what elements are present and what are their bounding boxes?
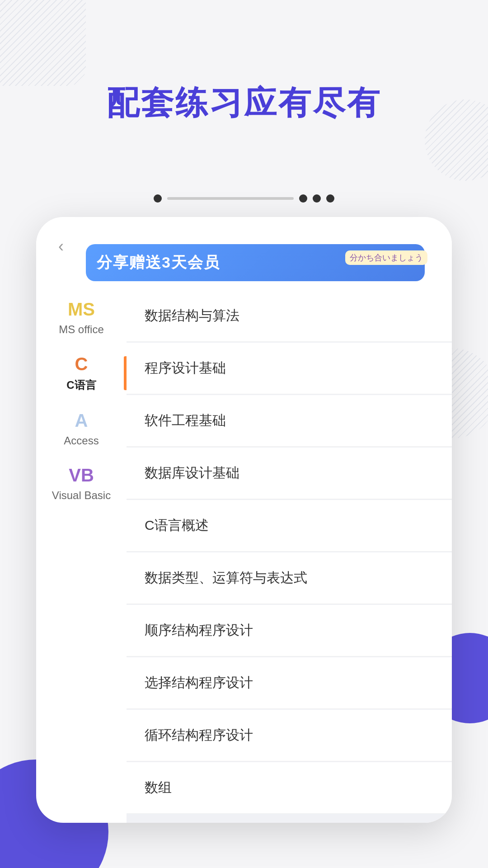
- main-layout: MS MS office C C语言 A Access VB Visual Ba…: [36, 290, 452, 823]
- bg-decoration-topleft: [0, 0, 86, 86]
- content-list: 数据结构与算法程序设计基础软件工程基础数据库设计基础C语言概述数据类型、运算符与…: [127, 290, 452, 823]
- dot-1: [154, 194, 162, 203]
- banner-bubble: 分かち合いましょう: [345, 250, 427, 265]
- dot-4: [326, 194, 334, 203]
- c-language-icon: C: [75, 354, 88, 374]
- banner-text: 分享赠送3天会员: [97, 252, 220, 273]
- dot-2: [299, 194, 307, 203]
- back-button[interactable]: ‹: [50, 235, 72, 258]
- list-item[interactable]: 数据结构与算法: [127, 290, 452, 342]
- sidebar-item-ms-office[interactable]: MS MS office: [36, 290, 127, 345]
- sidebar-item-access[interactable]: A Access: [36, 401, 127, 456]
- phone-content: ‹ 分享赠送3天会员 分かち合いましょう: [36, 217, 452, 823]
- list-item[interactable]: 循环结构程序设计: [127, 710, 452, 761]
- list-item[interactable]: 数组: [127, 762, 452, 814]
- vb-icon: VB: [69, 465, 94, 486]
- dot-3: [313, 194, 321, 203]
- list-item[interactable]: 软件工程基础: [127, 395, 452, 447]
- dot-line: [167, 197, 294, 200]
- phone-header: ‹ 分享赠送3天会员 分かち合いましょう: [36, 217, 452, 281]
- list-item[interactable]: 选择结构程序设计: [127, 657, 452, 709]
- sidebar-label-ms-office: MS office: [59, 323, 104, 336]
- phone-mockup: ‹ 分享赠送3天会员 分かち合いましょう: [36, 217, 452, 823]
- page-title: 配套练习应有尽有: [0, 81, 488, 125]
- sidebar-label-access: Access: [64, 434, 99, 447]
- access-icon: A: [75, 410, 88, 431]
- banner: 分享赠送3天会员 分かち合いましょう: [86, 244, 425, 281]
- banner-mascot: 分かち合いましょう: [361, 240, 416, 276]
- sidebar-item-c-language[interactable]: C C语言: [36, 345, 127, 401]
- list-item[interactable]: 数据库设计基础: [127, 448, 452, 499]
- sidebar-label-c-language: C语言: [66, 378, 96, 392]
- sidebar-item-vb[interactable]: VB Visual Basic: [36, 456, 127, 511]
- list-item[interactable]: 顺序结构程序设计: [127, 605, 452, 656]
- list-item[interactable]: 数据类型、运算符与表达式: [127, 552, 452, 604]
- sidebar-label-vb: Visual Basic: [52, 489, 111, 502]
- list-item[interactable]: C语言概述: [127, 500, 452, 552]
- list-item[interactable]: 程序设计基础: [127, 343, 452, 394]
- dots-indicator: [154, 194, 334, 203]
- sidebar: MS MS office C C语言 A Access VB Visual Ba…: [36, 290, 127, 823]
- ms-office-icon: MS: [68, 299, 95, 320]
